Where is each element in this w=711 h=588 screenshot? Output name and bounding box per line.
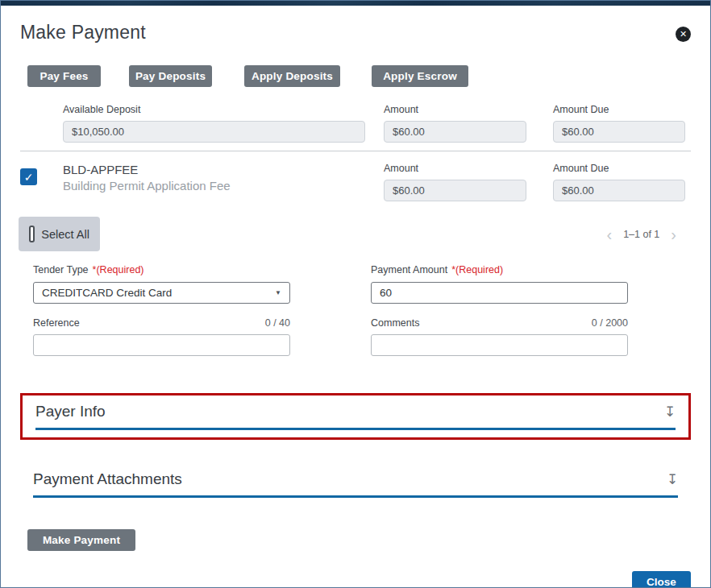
payment-amount-label: Payment Amount bbox=[371, 264, 447, 275]
close-x-glyph: ✕ bbox=[680, 29, 687, 39]
tender-type-required: *(Required) bbox=[93, 264, 144, 275]
reference-input[interactable] bbox=[33, 334, 290, 356]
payment-actions-row: Pay Fees Pay Deposits Apply Deposits App… bbox=[20, 65, 691, 87]
next-page-icon[interactable]: › bbox=[667, 226, 680, 242]
list-controls-row: Select All ‹ 1–1 of 1 › bbox=[19, 217, 691, 251]
close-button[interactable]: Close bbox=[632, 571, 691, 588]
tender-type-value: CREDITCARD Credit Card bbox=[42, 287, 172, 299]
payer-info-section-highlight: Payer Info ↧ bbox=[20, 393, 691, 440]
payer-info-underline bbox=[35, 428, 676, 430]
deposit-summary-section: Available Deposit Amount Amount Due bbox=[20, 104, 691, 151]
tender-type-select[interactable]: CREDITCARD Credit Card ▼ bbox=[33, 282, 290, 304]
apply-deposits-button[interactable]: Apply Deposits bbox=[244, 65, 340, 87]
comments-label: Comments bbox=[371, 317, 419, 329]
available-deposit-label: Available Deposit bbox=[63, 104, 365, 115]
payment-amount-input[interactable] bbox=[371, 282, 628, 304]
modal-body: Make Payment ✕ Pay Fees Pay Deposits App… bbox=[1, 22, 710, 588]
select-all-checkbox[interactable] bbox=[29, 226, 35, 242]
deposit-amount-due-label: Amount Due bbox=[553, 104, 685, 115]
fee-amount-due-field[interactable] bbox=[553, 180, 685, 201]
deposit-amount-label: Amount bbox=[384, 104, 526, 115]
reference-row: Reference 0 / 40 Comments 0 / 2000 bbox=[20, 317, 691, 356]
reference-counter: 0 / 40 bbox=[265, 317, 290, 329]
deposit-amount-field[interactable] bbox=[384, 121, 526, 143]
chevron-down-icon: ▼ bbox=[275, 289, 281, 296]
section-divider bbox=[20, 151, 691, 151]
modal-title-row: Make Payment ✕ bbox=[20, 22, 691, 43]
page-title: Make Payment bbox=[20, 22, 146, 43]
reference-label: Reference bbox=[33, 317, 80, 329]
fee-amount-due-label: Amount Due bbox=[553, 163, 685, 174]
prev-page-icon[interactable]: ‹ bbox=[603, 226, 615, 242]
comments-input[interactable] bbox=[371, 334, 628, 356]
make-payment-modal: Make Payment ✕ Pay Fees Pay Deposits App… bbox=[0, 0, 711, 588]
fee-amount-label: Amount bbox=[384, 163, 526, 174]
pagination: ‹ 1–1 of 1 › bbox=[603, 226, 680, 242]
tender-row: Tender Type*(Required) CREDITCARD Credit… bbox=[20, 262, 691, 304]
payer-info-title: Payer Info bbox=[35, 403, 106, 420]
payment-attachments-title: Payment Attachments bbox=[33, 470, 182, 488]
payer-info-header[interactable]: Payer Info ↧ bbox=[35, 403, 676, 420]
payment-amount-required: *(Required) bbox=[451, 264, 503, 275]
deposit-amount-due-field[interactable] bbox=[553, 121, 685, 143]
select-all-toggle[interactable]: Select All bbox=[19, 217, 100, 251]
fee-amount-field[interactable] bbox=[384, 180, 526, 201]
expand-section-icon[interactable]: ↧ bbox=[664, 405, 676, 419]
make-payment-button[interactable]: Make Payment bbox=[27, 529, 135, 551]
fee-code: BLD-APPFEE bbox=[63, 163, 365, 176]
payment-attachments-underline bbox=[33, 495, 678, 498]
fee-description: Building Permit Application Fee bbox=[63, 179, 365, 193]
payment-attachments-header[interactable]: Payment Attachments ↧ bbox=[33, 470, 678, 488]
modal-footer: Close bbox=[20, 571, 691, 588]
fee-list-row: ✓ BLD-APPFEE Building Permit Application… bbox=[20, 163, 691, 201]
pay-deposits-button[interactable]: Pay Deposits bbox=[129, 65, 212, 87]
available-deposit-field[interactable] bbox=[63, 121, 365, 143]
select-all-label: Select All bbox=[41, 228, 89, 241]
comments-counter: 0 / 2000 bbox=[592, 317, 628, 329]
pay-fees-button[interactable]: Pay Fees bbox=[27, 65, 101, 87]
tender-type-label: Tender Type bbox=[33, 264, 89, 275]
expand-section-icon[interactable]: ↧ bbox=[667, 473, 678, 487]
fee-checkbox[interactable]: ✓ bbox=[20, 168, 37, 185]
close-icon[interactable]: ✕ bbox=[676, 27, 691, 42]
apply-escrow-button[interactable]: Apply Escrow bbox=[372, 65, 468, 87]
payment-attachments-section: Payment Attachments ↧ bbox=[20, 463, 691, 505]
checkmark-icon: ✓ bbox=[24, 171, 34, 184]
page-range-text: 1–1 of 1 bbox=[623, 229, 659, 240]
background-page-header bbox=[1, 1, 710, 6]
